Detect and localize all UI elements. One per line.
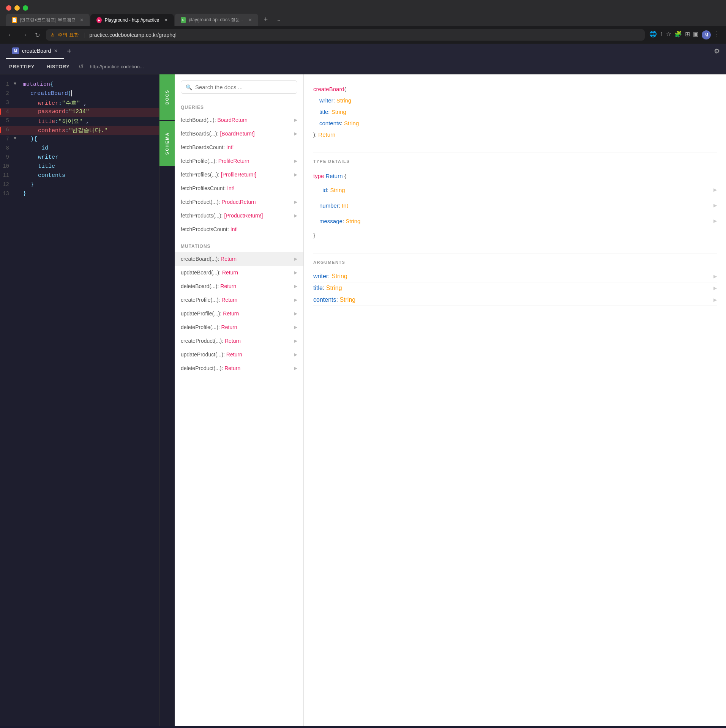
arguments-list: writer: String ▶ title: String ▶ content… <box>313 271 717 306</box>
new-tab-button[interactable]: + <box>260 14 271 25</box>
share-icon[interactable]: ↑ <box>660 30 663 39</box>
add-tab-button[interactable]: + <box>64 44 74 59</box>
type-field-id-arrow[interactable]: ▶ <box>713 185 717 195</box>
type-field-message-arrow[interactable]: ▶ <box>713 216 717 226</box>
app-tab-close-button[interactable]: ✕ <box>54 48 58 54</box>
arg-contents-arrow[interactable]: ▶ <box>713 297 717 303</box>
code-line-3: 3 writer:"수호" , <box>0 99 159 108</box>
tab-close-3[interactable]: ✕ <box>248 17 252 23</box>
line-number-13: 13 <box>0 191 14 197</box>
tab-label-3: playground api-docs 질문 - 인프... <box>189 17 244 23</box>
docs-item-fetchproducts[interactable]: fetchProducts(...): [ProductReturn!] ▶ <box>175 209 303 222</box>
docs-item-name: fetchProfile(...): ProfileReturn <box>181 158 249 164</box>
docs-item-fetchboard[interactable]: fetchBoard(...): BoardReturn ▶ <box>175 113 303 127</box>
docs-item-updateprofile[interactable]: updateProfile(...): Return ▶ <box>175 307 303 320</box>
split-view-icon[interactable]: ⊞ <box>685 30 690 39</box>
docs-item-fetchboards[interactable]: fetchBoards(...): [BoardReturn!] ▶ <box>175 127 303 140</box>
docs-item-arrow-deleteprofile: ▶ <box>294 325 297 330</box>
docs-item-deleteproduct[interactable]: deleteProduct(...): Return ▶ <box>175 361 303 375</box>
docs-item-updateboard[interactable]: updateBoard(...): Return ▶ <box>175 266 303 279</box>
browser-tab-3[interactable]: G playground api-docs 질문 - 인프... ✕ <box>175 14 258 26</box>
docs-item-deleteprofile[interactable]: deleteProfile(...): Return ▶ <box>175 320 303 334</box>
docs-item-fetchproductscount[interactable]: fetchProductsCount: Int! <box>175 222 303 236</box>
browser-menu-icon[interactable]: ⋮ <box>714 30 720 39</box>
vertical-tabs-container: DOCS SCHEMA <box>159 74 175 726</box>
reload-button[interactable]: ↻ <box>33 30 41 40</box>
schema-vertical-tab[interactable]: SCHEMA <box>159 121 175 166</box>
history-button[interactable]: HISTORY <box>44 62 73 71</box>
settings-button[interactable]: ⚙ <box>714 47 720 55</box>
queries-section: QUERIES fetchBoard(...): BoardReturn ▶ f… <box>175 100 303 236</box>
docs-vertical-tab[interactable]: DOCS <box>159 74 175 120</box>
docs-item-name: fetchProductsCount: Int! <box>181 226 238 232</box>
queries-section-title: QUERIES <box>175 100 303 113</box>
type-details-label: TYPE DETAILS <box>313 159 717 164</box>
bookmark-icon[interactable]: ☆ <box>666 30 671 39</box>
app-tab-createboard[interactable]: M createBoard ✕ <box>6 44 64 59</box>
tab-close-1[interactable]: ✕ <box>80 17 84 23</box>
type-field-number-arrow[interactable]: ▶ <box>713 200 717 210</box>
docs-item-arrow-updateprofile: ▶ <box>294 311 297 316</box>
docs-item-updateproduct[interactable]: updateProduct(...): Return ▶ <box>175 348 303 361</box>
docs-item-fetchboardscount[interactable]: fetchBoardsCount: Int! <box>175 140 303 154</box>
back-button[interactable]: ← <box>6 30 15 40</box>
tab-close-2[interactable]: ✕ <box>164 17 168 23</box>
tab-menu-button[interactable]: ⌄ <box>273 14 284 25</box>
tab-favicon-2: ▶ <box>96 17 102 23</box>
traffic-light-red[interactable] <box>6 5 11 11</box>
docs-item-name: fetchProfiles(...): [ProfileReturn!] <box>181 172 256 178</box>
line-content-9: writer <box>35 154 159 161</box>
docs-item-name-deleteboard: deleteBoard(...): Return <box>181 283 236 289</box>
docs-item-arrow-deleteboard: ▶ <box>294 284 297 289</box>
type-field-message: message: String ▶ <box>319 213 717 229</box>
translate-icon[interactable]: 🌐 <box>649 30 657 39</box>
docs-item-name-createprofile: createProfile(...): Return <box>181 297 237 303</box>
line-content-1: mutation{ <box>20 81 159 88</box>
code-line-1: 1 ▼ mutation{ <box>0 80 159 90</box>
docs-item-name-deleteproduct: deleteProduct(...): Return <box>181 365 240 371</box>
type-keyword: type <box>313 173 326 179</box>
line-number-9: 9 <box>0 154 14 160</box>
history-back-icon[interactable]: ↺ <box>79 63 84 70</box>
line-content-7: ){ <box>27 136 159 142</box>
docs-tab-label: DOCS <box>165 90 169 105</box>
line-content-5: title:"하이요" , <box>35 118 159 125</box>
prettify-button[interactable]: PRETTIFY <box>6 62 38 71</box>
forward-button[interactable]: → <box>20 30 29 40</box>
docs-item-fetchproduct[interactable]: fetchProduct(...): ProductReturn ▶ <box>175 195 303 209</box>
sidebar-icon[interactable]: ▣ <box>693 30 699 39</box>
docs-item-name: fetchBoardsCount: Int! <box>181 144 234 150</box>
code-editor[interactable]: 1 ▼ mutation{ 2 createBoard( 3 writer:"수… <box>0 74 159 726</box>
profile-icon[interactable]: M <box>702 30 711 39</box>
traffic-light-yellow[interactable] <box>14 5 20 11</box>
func-field-writer: writer: String <box>319 95 717 106</box>
arg-writer-arrow[interactable]: ▶ <box>713 274 717 279</box>
traffic-light-green[interactable] <box>23 5 28 11</box>
func-return-type: Return <box>318 131 335 138</box>
docs-item-deleteboard[interactable]: deleteBoard(...): Return ▶ <box>175 279 303 293</box>
mutations-section-title: MUTATIONS <box>175 239 303 252</box>
address-input[interactable]: ⚠ 주의 요함 | practice.codebootcamp.co.kr/gr… <box>46 29 645 41</box>
browser-tab-2[interactable]: ▶ Playground - http://practice.co... ✕ <box>90 14 174 26</box>
docs-item-arrow-updateproduct: ▶ <box>294 352 297 357</box>
func-field-title: title: String <box>319 106 717 118</box>
docs-item-createproduct[interactable]: createProduct(...): Return ▶ <box>175 334 303 348</box>
arg-title-arrow[interactable]: ▶ <box>713 285 717 291</box>
func-name: createBoard <box>313 86 344 92</box>
code-line-6: 6 contents:"반갑습니다." <box>0 126 159 135</box>
extensions-icon[interactable]: 🧩 <box>674 30 682 39</box>
docs-item-fetchprofilescount[interactable]: fetchProfilesCount: Int! <box>175 181 303 195</box>
search-input[interactable] <box>195 84 292 90</box>
func-close: ): <box>313 131 318 138</box>
docs-item-name-deleteprofile: deleteProfile(...): Return <box>181 324 237 330</box>
type-definition: type Return { _id: String ▶ number: Int … <box>313 170 717 241</box>
docs-item-createboard[interactable]: createBoard(...): Return ▶ <box>175 252 303 266</box>
docs-item-createprofile[interactable]: createProfile(...): Return ▶ <box>175 293 303 307</box>
docs-item-fetchprofile[interactable]: fetchProfile(...): ProfileReturn ▶ <box>175 154 303 168</box>
docs-item-fetchprofiles[interactable]: fetchProfiles(...): [ProfileReturn!] ▶ <box>175 168 303 181</box>
docs-item-name-updateprofile: updateProfile(...): Return <box>181 310 239 317</box>
address-bar: ← → ↻ ⚠ 주의 요함 | practice.codebootcamp.co… <box>0 26 726 44</box>
docs-item-name-updateboard: updateBoard(...): Return <box>181 269 238 276</box>
search-input-wrap[interactable]: 🔍 <box>181 80 297 94</box>
browser-tab-1[interactable]: 📄 [인프런x코드캠프] 부트캠프에서 만트 ✕ <box>6 14 90 26</box>
